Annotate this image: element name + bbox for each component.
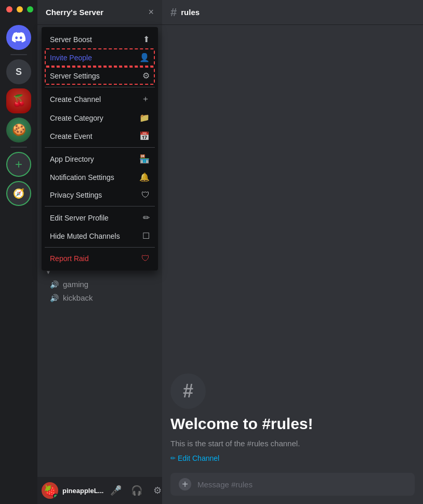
menu-item-notification-settings-label: Notification Settings <box>50 173 114 182</box>
server-settings-icon: ⚙ <box>142 71 150 81</box>
explore-public-servers-button[interactable]: 🧭 <box>6 181 31 206</box>
maximize-traffic-light[interactable] <box>27 6 33 12</box>
app-directory-icon: 🏪 <box>139 154 150 164</box>
server-icon-wrapper-cherry: 🍒 <box>6 88 31 113</box>
menu-item-hide-muted-channels-label: Hide Muted Channels <box>50 232 120 240</box>
create-category-icon: 📁 <box>139 113 150 123</box>
server-name-header[interactable]: Cherry's Server × <box>37 0 162 25</box>
message-input-area: + Message #rules <box>170 473 415 496</box>
report-raid-icon: 🛡 <box>141 254 150 263</box>
notification-settings-icon: 🔔 <box>139 172 150 182</box>
menu-item-create-channel[interactable]: Create Channel ＋ <box>45 89 155 109</box>
server-icon-cookie[interactable]: 🍪 <box>6 118 31 143</box>
close-window-button[interactable]: × <box>148 7 154 18</box>
username-label: pineappleL... <box>62 487 103 495</box>
menu-separator-3 <box>45 206 155 206</box>
edit-channel-icon: ✏ <box>170 455 176 462</box>
menu-item-server-boost[interactable]: Server Boost ⬆ <box>45 30 155 48</box>
headphone-button[interactable]: 🎧 <box>128 482 145 499</box>
menu-item-notification-settings[interactable]: Notification Settings 🔔 <box>45 168 155 186</box>
voice-channel-gaming[interactable]: 🔊 gaming <box>42 278 158 291</box>
menu-item-invite-people[interactable]: Invite People 👤 <box>45 48 155 67</box>
main-content: # rules # Welcome to #rules! This is the… <box>162 0 423 504</box>
menu-item-edit-server-profile-label: Edit Server Profile <box>50 214 109 222</box>
server-name-title: Cherry's Server <box>46 8 148 17</box>
channel-header-name: rules <box>181 8 200 17</box>
menu-item-hide-muted-channels[interactable]: Hide Muted Channels ☐ <box>45 227 155 245</box>
server-sidebar: S 🍒 🍪 + 🧭 <box>0 0 37 504</box>
menu-item-privacy-settings[interactable]: Privacy Settings 🛡 <box>45 186 155 204</box>
welcome-title: Welcome to #rules! <box>170 415 415 433</box>
menu-separator-1 <box>45 87 155 87</box>
menu-item-server-settings-label: Server Settings <box>50 72 100 80</box>
user-controls: 🎤 🎧 ⚙ <box>108 482 166 499</box>
server-icon-cherry[interactable]: 🍒 <box>6 88 31 113</box>
menu-item-app-directory[interactable]: App Directory 🏪 <box>45 150 155 168</box>
edit-channel-label: Edit Channel <box>178 454 219 462</box>
privacy-settings-icon: 🛡 <box>141 190 150 200</box>
server-icon-discord-home[interactable] <box>6 25 31 50</box>
app-window: S 🍒 🍪 + 🧭 <box>0 0 423 504</box>
channel-header-hash-icon: # <box>170 6 177 19</box>
menu-item-create-category[interactable]: Create Category 📁 <box>45 109 155 127</box>
create-event-icon: 📅 <box>139 131 150 141</box>
channel-list: ▼ 🔊 gaming 🔊 kickback <box>37 259 162 477</box>
server-boost-icon: ⬆ <box>143 34 150 44</box>
create-channel-icon: ＋ <box>141 94 150 105</box>
server-icon-s[interactable]: S <box>6 59 31 84</box>
voice-channel-name-gaming: gaming <box>63 280 88 289</box>
channel-header: # rules <box>162 0 423 25</box>
menu-item-edit-server-profile[interactable]: Edit Server Profile ✏ <box>45 209 155 227</box>
server-separator-1 <box>10 54 27 55</box>
server-separator-2 <box>10 147 27 148</box>
user-avatar: 🍓 <box>42 482 58 499</box>
voice-channel-kickback[interactable]: 🔊 kickback <box>42 291 158 304</box>
menu-item-create-event-label: Create Event <box>50 132 92 140</box>
menu-item-invite-people-label: Invite People <box>50 54 92 62</box>
menu-item-privacy-settings-label: Privacy Settings <box>50 191 102 199</box>
server-context-menu: Server Boost ⬆ Invite People 👤 Server Se… <box>42 27 158 270</box>
menu-item-create-event[interactable]: Create Event 📅 <box>45 127 155 145</box>
menu-separator-4 <box>45 247 155 248</box>
traffic-lights <box>0 0 39 19</box>
mic-button[interactable]: 🎤 <box>108 482 124 499</box>
voice-channel-name-kickback: kickback <box>63 293 93 302</box>
voice-channel-icon-kickback: 🔊 <box>50 294 59 302</box>
menu-item-app-directory-label: App Directory <box>50 155 94 163</box>
voice-channel-icon-gaming: 🔊 <box>50 280 59 289</box>
server-icon-wrapper-cookie: 🍪 <box>6 118 31 143</box>
edit-channel-link[interactable]: ✏ Edit Channel <box>170 454 415 462</box>
menu-item-report-raid-label: Report Raid <box>50 254 89 263</box>
menu-separator-2 <box>45 147 155 148</box>
chat-area: # Welcome to #rules! This is the start o… <box>162 25 423 504</box>
menu-item-server-boost-label: Server Boost <box>50 35 92 44</box>
message-add-icon: + <box>182 479 188 490</box>
menu-item-create-channel-label: Create Channel <box>50 95 101 104</box>
channel-sidebar: Cherry's Server × Server Boost ⬆ Invite … <box>37 0 162 504</box>
add-server-button[interactable]: + <box>6 152 31 177</box>
minimize-traffic-light[interactable] <box>17 6 23 12</box>
server-icon-wrapper-discord <box>6 25 31 50</box>
close-traffic-light[interactable] <box>6 6 12 12</box>
edit-server-profile-icon: ✏ <box>143 213 150 223</box>
menu-item-report-raid[interactable]: Report Raid 🛡 <box>45 250 155 267</box>
user-area: 🍓 pineappleL... 🎤 🎧 ⚙ <box>37 477 162 504</box>
menu-item-server-settings[interactable]: Server Settings ⚙ <box>45 67 155 85</box>
user-settings-button[interactable]: ⚙ <box>149 482 166 499</box>
welcome-channel-icon: # <box>170 373 206 409</box>
message-placeholder: Message #rules <box>197 480 253 489</box>
message-add-button[interactable]: + <box>179 478 191 490</box>
welcome-text: This is the start of the #rules channel. <box>170 439 415 448</box>
welcome-section: # Welcome to #rules! This is the start o… <box>170 363 415 473</box>
server-icon-wrapper-s: S <box>6 59 31 84</box>
invite-people-icon: 👤 <box>139 53 150 62</box>
menu-item-create-category-label: Create Category <box>50 114 103 122</box>
hide-muted-channels-icon: ☐ <box>142 231 150 241</box>
